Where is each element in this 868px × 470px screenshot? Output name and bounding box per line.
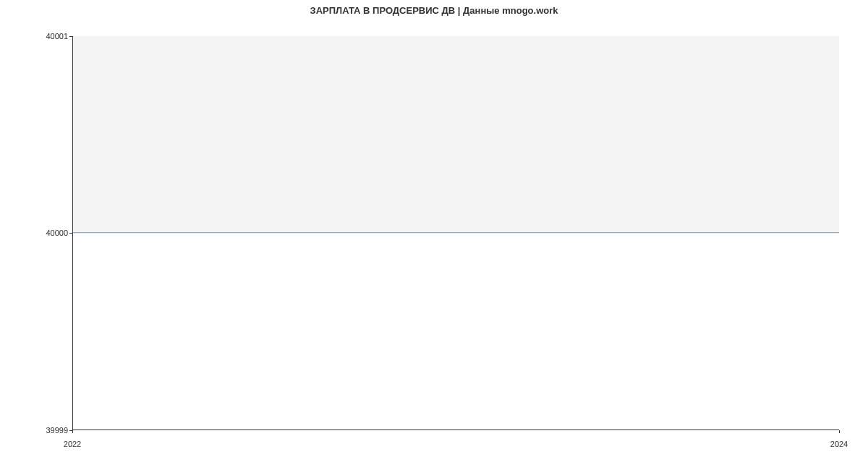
x-tick-mark bbox=[839, 430, 840, 433]
area-fill bbox=[73, 36, 839, 233]
plot-area bbox=[72, 36, 839, 430]
x-tick-label: 2024 bbox=[830, 440, 848, 448]
y-tick-label: 40001 bbox=[46, 32, 68, 40]
y-tick-label: 39999 bbox=[46, 426, 68, 435]
data-line bbox=[73, 232, 839, 233]
x-tick-mark bbox=[72, 430, 73, 433]
line-chart: ЗАРПЛАТА В ПРОДСЕРВИС ДВ | Данные mnogo.… bbox=[0, 0, 868, 470]
y-tick-mark bbox=[69, 233, 72, 234]
chart-title: ЗАРПЛАТА В ПРОДСЕРВИС ДВ | Данные mnogo.… bbox=[0, 0, 868, 16]
y-tick-label: 40000 bbox=[46, 228, 68, 237]
x-tick-label: 2022 bbox=[64, 440, 81, 448]
y-tick-mark bbox=[69, 36, 72, 37]
